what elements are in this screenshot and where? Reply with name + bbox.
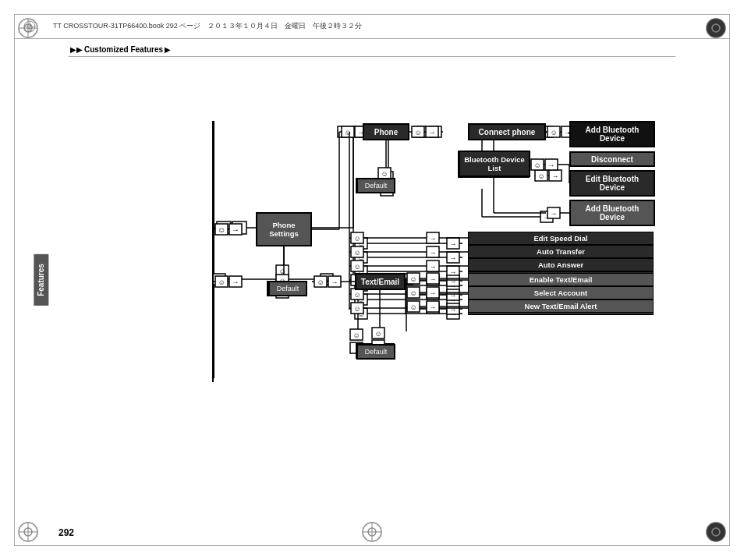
phone-box: Phone: [363, 123, 409, 140]
svg-text:☺: ☺: [537, 172, 544, 180]
svg-text:→: →: [450, 292, 457, 299]
enable-text-email-box: Enable Text/Email: [468, 273, 654, 286]
select-account-text: Select Account: [534, 289, 587, 297]
auto-answer-text: Auto Answer: [538, 261, 583, 269]
svg-text:☺: ☺: [357, 296, 364, 304]
svg-text:→: →: [324, 276, 331, 284]
svg-text:→: →: [552, 172, 559, 180]
bt-device-list-text: Bluetooth Device List: [464, 155, 525, 172]
header-bar: TT CROSSTOUR-31TP66400.book 292 ページ ２０１３…: [14, 14, 730, 39]
header-text: TT CROSSTOUR-31TP66400.book 292 ページ ２０１３…: [53, 21, 362, 31]
header-crosshair: [22, 19, 37, 34]
default-2-text: Default: [365, 182, 388, 190]
svg-text:☺: ☺: [357, 254, 364, 262]
add-bt-1-box: Add Bluetooth Device: [569, 121, 655, 147]
add-bt-2-box: Add Bluetooth Device: [569, 200, 655, 226]
svg-text:→: →: [355, 129, 362, 136]
svg-text:→: →: [432, 129, 439, 136]
enable-text-email-text: Enable Text/Email: [530, 275, 593, 284]
default-3-text: Default: [365, 348, 388, 356]
connect-phone-box: Connect phone: [468, 123, 546, 140]
page-number: 292: [58, 527, 74, 538]
select-account-box: Select Account: [468, 286, 654, 299]
svg-text:☺: ☺: [357, 310, 364, 318]
svg-text:→: →: [236, 224, 243, 232]
edit-speed-dial-text: Edit Speed Dial: [533, 234, 587, 243]
svg-text:→: →: [450, 306, 457, 314]
svg-text:→: →: [450, 240, 457, 248]
auto-transfer-box: Auto Transfer: [468, 245, 654, 258]
svg-text:→: →: [450, 278, 457, 285]
svg-text:☺: ☺: [278, 268, 285, 275]
add-bt-1-text: Add Bluetooth Device: [586, 126, 639, 143]
default-3-box: Default: [356, 344, 395, 360]
default-1-text: Default: [277, 285, 299, 292]
breadcrumb-suffix: ▶: [165, 45, 171, 54]
text-email-text: Text/Email: [361, 278, 399, 286]
breadcrumb-prefix: ▶▶: [70, 45, 83, 54]
svg-text:☺: ☺: [353, 331, 360, 339]
side-label: Features: [34, 254, 48, 306]
disconnect-text: Disconnect: [591, 155, 633, 164]
new-text-email-alert-box: New Text/Email Alert: [468, 299, 654, 313]
add-bt-2-text: Add Bluetooth Device: [586, 204, 639, 222]
svg-text:→: →: [544, 214, 551, 222]
auto-transfer-text: Auto Transfer: [537, 247, 585, 256]
text-email-menu-group: Enable Text/Email Select Account New Tex…: [468, 273, 654, 313]
breadcrumb: ▶▶ Customized Features ▶: [70, 45, 171, 54]
edit-bt-box: Edit Bluetooth Device: [569, 170, 655, 197]
svg-text:☺: ☺: [215, 276, 222, 284]
svg-text:☺: ☺: [357, 240, 364, 248]
connect-phone-text: Connect phone: [479, 128, 536, 136]
auto-answer-box: Auto Answer: [468, 258, 654, 271]
new-text-email-alert-text: New Text/Email Alert: [525, 302, 597, 310]
bt-device-list-box: Bluetooth Device List: [459, 151, 530, 177]
svg-text:☺: ☺: [416, 129, 423, 136]
breadcrumb-label: Customized Features: [84, 45, 163, 54]
phone-text: Phone: [374, 128, 399, 136]
default-2-box: Default: [356, 178, 395, 193]
breadcrumb-line: [69, 56, 675, 57]
edit-bt-text: Edit Bluetooth Device: [586, 175, 639, 192]
edit-speed-dial-box: Edit Speed Dial: [468, 232, 654, 245]
phone-settings-box: Phone Settings: [256, 212, 312, 246]
svg-text:☺: ☺: [340, 129, 347, 136]
text-email-box: Text/Email: [355, 273, 406, 290]
disconnect-box: Disconnect: [569, 151, 655, 167]
svg-text:☺: ☺: [220, 224, 228, 232]
default-1-box: Default: [268, 281, 307, 296]
phone-settings-text: Phone Settings: [269, 221, 298, 238]
svg-text:→: →: [450, 254, 457, 262]
